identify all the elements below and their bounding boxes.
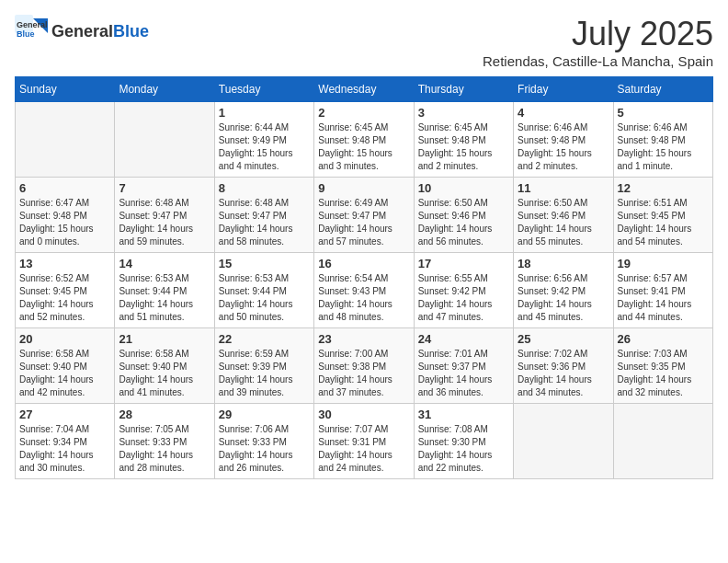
day-number: 4 bbox=[518, 106, 609, 120]
day-number: 15 bbox=[219, 257, 310, 270]
weekday-header-thursday: Thursday bbox=[414, 77, 513, 102]
day-number: 6 bbox=[19, 181, 110, 195]
calendar-cell bbox=[16, 102, 115, 178]
day-info: Sunrise: 6:50 AM Sunset: 9:46 PM Dayligh… bbox=[418, 197, 509, 248]
day-info: Sunrise: 6:45 AM Sunset: 9:48 PM Dayligh… bbox=[418, 121, 509, 173]
location-title: Retiendas, Castille-La Mancha, Spain bbox=[483, 53, 713, 69]
day-info: Sunrise: 6:46 AM Sunset: 9:48 PM Dayligh… bbox=[518, 121, 609, 173]
weekday-header-row: SundayMondayTuesdayWednesdayThursdayFrid… bbox=[16, 77, 713, 102]
calendar-cell: 13Sunrise: 6:52 AM Sunset: 9:45 PM Dayli… bbox=[16, 253, 115, 328]
day-info: Sunrise: 7:02 AM Sunset: 9:36 PM Dayligh… bbox=[518, 348, 609, 399]
calendar-cell: 12Sunrise: 6:51 AM Sunset: 9:45 PM Dayli… bbox=[613, 178, 712, 253]
weekday-header-monday: Monday bbox=[115, 77, 214, 102]
day-info: Sunrise: 6:50 AM Sunset: 9:46 PM Dayligh… bbox=[518, 197, 609, 248]
calendar-cell: 10Sunrise: 6:50 AM Sunset: 9:46 PM Dayli… bbox=[414, 178, 513, 253]
calendar-cell: 11Sunrise: 6:50 AM Sunset: 9:46 PM Dayli… bbox=[514, 178, 613, 253]
day-number: 17 bbox=[418, 257, 509, 270]
day-number: 22 bbox=[219, 332, 310, 346]
calendar-week-row: 20Sunrise: 6:58 AM Sunset: 9:40 PM Dayli… bbox=[16, 328, 713, 404]
day-number: 7 bbox=[119, 181, 210, 195]
calendar-cell bbox=[514, 404, 613, 479]
day-number: 24 bbox=[418, 332, 509, 346]
day-info: Sunrise: 7:05 AM Sunset: 9:33 PM Dayligh… bbox=[119, 423, 210, 475]
calendar-cell: 2Sunrise: 6:45 AM Sunset: 9:48 PM Daylig… bbox=[314, 102, 414, 178]
day-info: Sunrise: 6:46 AM Sunset: 9:48 PM Dayligh… bbox=[618, 121, 709, 173]
day-info: Sunrise: 6:56 AM Sunset: 9:42 PM Dayligh… bbox=[518, 272, 609, 324]
weekday-header-wednesday: Wednesday bbox=[314, 77, 414, 102]
header: General Blue GeneralBlue July 2025 Retie… bbox=[15, 15, 713, 69]
calendar-table: SundayMondayTuesdayWednesdayThursdayFrid… bbox=[15, 76, 713, 479]
day-info: Sunrise: 7:06 AM Sunset: 9:33 PM Dayligh… bbox=[219, 423, 310, 475]
calendar-cell bbox=[115, 102, 214, 178]
calendar-cell: 16Sunrise: 6:54 AM Sunset: 9:43 PM Dayli… bbox=[314, 253, 414, 328]
day-info: Sunrise: 6:53 AM Sunset: 9:44 PM Dayligh… bbox=[219, 272, 310, 324]
day-info: Sunrise: 6:53 AM Sunset: 9:44 PM Dayligh… bbox=[119, 272, 210, 324]
day-info: Sunrise: 7:04 AM Sunset: 9:34 PM Dayligh… bbox=[19, 423, 110, 475]
calendar-cell: 30Sunrise: 7:07 AM Sunset: 9:31 PM Dayli… bbox=[314, 404, 414, 479]
day-number: 28 bbox=[119, 408, 210, 421]
calendar-cell: 21Sunrise: 6:58 AM Sunset: 9:40 PM Dayli… bbox=[115, 328, 214, 404]
day-info: Sunrise: 6:57 AM Sunset: 9:41 PM Dayligh… bbox=[618, 272, 709, 324]
day-info: Sunrise: 6:49 AM Sunset: 9:47 PM Dayligh… bbox=[318, 197, 409, 248]
weekday-header-sunday: Sunday bbox=[16, 77, 115, 102]
day-number: 8 bbox=[219, 181, 310, 195]
logo-general: General bbox=[51, 22, 113, 41]
day-number: 30 bbox=[318, 408, 409, 421]
day-number: 25 bbox=[518, 332, 609, 346]
title-area: July 2025 Retiendas, Castille-La Mancha,… bbox=[483, 15, 713, 69]
calendar-cell: 19Sunrise: 6:57 AM Sunset: 9:41 PM Dayli… bbox=[613, 253, 712, 328]
calendar-cell: 3Sunrise: 6:45 AM Sunset: 9:48 PM Daylig… bbox=[414, 102, 513, 178]
calendar-cell: 8Sunrise: 6:48 AM Sunset: 9:47 PM Daylig… bbox=[214, 178, 313, 253]
day-number: 12 bbox=[618, 181, 709, 195]
day-number: 16 bbox=[318, 257, 409, 270]
day-info: Sunrise: 6:58 AM Sunset: 9:40 PM Dayligh… bbox=[19, 348, 110, 399]
calendar-cell: 18Sunrise: 6:56 AM Sunset: 9:42 PM Dayli… bbox=[514, 253, 613, 328]
calendar-cell: 24Sunrise: 7:01 AM Sunset: 9:37 PM Dayli… bbox=[414, 328, 513, 404]
calendar-cell: 29Sunrise: 7:06 AM Sunset: 9:33 PM Dayli… bbox=[214, 404, 313, 479]
day-info: Sunrise: 6:54 AM Sunset: 9:43 PM Dayligh… bbox=[318, 272, 409, 324]
calendar-cell: 17Sunrise: 6:55 AM Sunset: 9:42 PM Dayli… bbox=[414, 253, 513, 328]
day-info: Sunrise: 6:45 AM Sunset: 9:48 PM Dayligh… bbox=[318, 121, 409, 173]
day-number: 2 bbox=[318, 106, 409, 120]
calendar-cell: 9Sunrise: 6:49 AM Sunset: 9:47 PM Daylig… bbox=[314, 178, 414, 253]
day-info: Sunrise: 6:48 AM Sunset: 9:47 PM Dayligh… bbox=[219, 197, 310, 248]
day-number: 18 bbox=[518, 257, 609, 270]
weekday-header-tuesday: Tuesday bbox=[214, 77, 313, 102]
calendar-cell: 4Sunrise: 6:46 AM Sunset: 9:48 PM Daylig… bbox=[514, 102, 613, 178]
day-number: 23 bbox=[318, 332, 409, 346]
day-number: 5 bbox=[618, 106, 709, 120]
day-info: Sunrise: 6:44 AM Sunset: 9:49 PM Dayligh… bbox=[219, 121, 310, 173]
calendar-cell: 15Sunrise: 6:53 AM Sunset: 9:44 PM Dayli… bbox=[214, 253, 313, 328]
calendar-cell: 20Sunrise: 6:58 AM Sunset: 9:40 PM Dayli… bbox=[16, 328, 115, 404]
calendar-cell bbox=[613, 404, 712, 479]
calendar-cell: 5Sunrise: 6:46 AM Sunset: 9:48 PM Daylig… bbox=[613, 102, 712, 178]
day-info: Sunrise: 7:01 AM Sunset: 9:37 PM Dayligh… bbox=[418, 348, 509, 399]
day-info: Sunrise: 6:51 AM Sunset: 9:45 PM Dayligh… bbox=[618, 197, 709, 248]
day-info: Sunrise: 7:03 AM Sunset: 9:35 PM Dayligh… bbox=[618, 348, 709, 399]
calendar-cell: 27Sunrise: 7:04 AM Sunset: 9:34 PM Dayli… bbox=[16, 404, 115, 479]
calendar-cell: 25Sunrise: 7:02 AM Sunset: 9:36 PM Dayli… bbox=[514, 328, 613, 404]
day-number: 20 bbox=[19, 332, 110, 346]
calendar-cell: 22Sunrise: 6:59 AM Sunset: 9:39 PM Dayli… bbox=[214, 328, 313, 404]
weekday-header-saturday: Saturday bbox=[613, 77, 712, 102]
logo: General Blue GeneralBlue bbox=[15, 15, 149, 48]
day-number: 11 bbox=[518, 181, 609, 195]
calendar-week-row: 27Sunrise: 7:04 AM Sunset: 9:34 PM Dayli… bbox=[16, 404, 713, 479]
calendar-cell: 1Sunrise: 6:44 AM Sunset: 9:49 PM Daylig… bbox=[214, 102, 313, 178]
calendar-cell: 28Sunrise: 7:05 AM Sunset: 9:33 PM Dayli… bbox=[115, 404, 214, 479]
svg-text:Blue: Blue bbox=[17, 29, 35, 39]
calendar-cell: 6Sunrise: 6:47 AM Sunset: 9:48 PM Daylig… bbox=[16, 178, 115, 253]
logo-icon: General Blue bbox=[15, 15, 48, 48]
day-number: 26 bbox=[618, 332, 709, 346]
logo-blue: Blue bbox=[113, 22, 149, 41]
day-number: 10 bbox=[418, 181, 509, 195]
day-number: 13 bbox=[19, 257, 110, 270]
day-number: 19 bbox=[618, 257, 709, 270]
day-info: Sunrise: 6:59 AM Sunset: 9:39 PM Dayligh… bbox=[219, 348, 310, 399]
day-number: 31 bbox=[418, 408, 509, 421]
day-number: 1 bbox=[219, 106, 310, 120]
day-number: 9 bbox=[318, 181, 409, 195]
calendar-cell: 31Sunrise: 7:08 AM Sunset: 9:30 PM Dayli… bbox=[414, 404, 513, 479]
day-number: 14 bbox=[119, 257, 210, 270]
day-number: 29 bbox=[219, 408, 310, 421]
